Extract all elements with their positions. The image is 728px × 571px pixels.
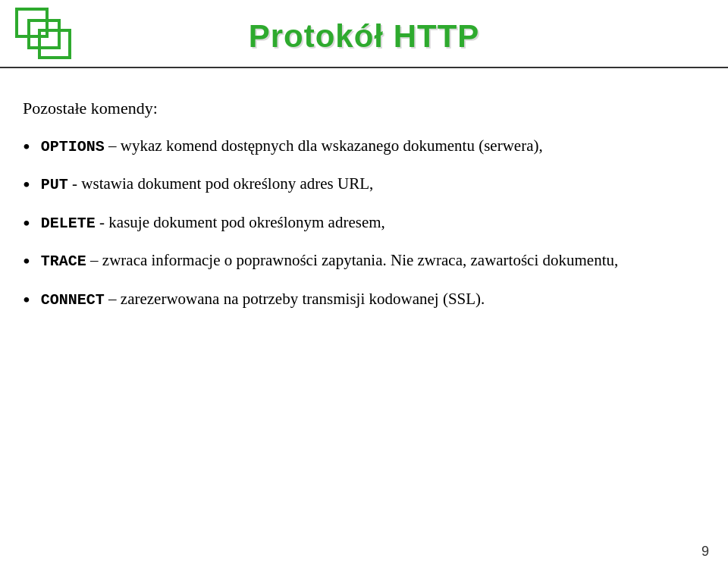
bullet-text-3: DELETE - kasuje dokument pod określonym … xyxy=(41,212,705,234)
bullet-desc-2: - wstawia dokument pod określony adres U… xyxy=(68,174,373,193)
section-title: Pozostałe komendy: xyxy=(23,99,705,118)
list-item: • OPTIONS – wykaz komend dostępnych dla … xyxy=(23,135,705,161)
bullet-desc-1: – wykaz komend dostępnych dla wskazanego… xyxy=(105,136,543,155)
bullet-desc-4: – zwraca informacje o poprawności zapyta… xyxy=(86,251,618,269)
bullet-dot-3: • xyxy=(23,210,30,237)
bullet-text-5: CONNECT – zarezerwowana na potrzeby tran… xyxy=(41,288,705,311)
bullet-desc-3: - kasuje dokument pod określonym adresem… xyxy=(96,213,385,231)
list-item: • CONNECT – zarezerwowana na potrzeby tr… xyxy=(23,288,705,314)
list-item: • DELETE - kasuje dokument pod określony… xyxy=(23,212,705,237)
bullet-dot-4: • xyxy=(23,248,30,275)
logo-rect-3 xyxy=(38,29,71,59)
bullet-desc-5: – zarezerwowana na potrzeby transmisji k… xyxy=(105,290,485,308)
command-put: PUT xyxy=(41,176,68,193)
bullet-dot-2: • xyxy=(23,171,30,199)
list-item: • PUT - wstawia dokument pod określony a… xyxy=(23,173,705,199)
bullet-list: • OPTIONS – wykaz komend dostępnych dla … xyxy=(23,135,705,314)
logo-graphic xyxy=(15,8,72,61)
slide-title: Protokół HTTP xyxy=(249,18,480,55)
bullet-text-1: OPTIONS – wykaz komend dostępnych dla ws… xyxy=(41,135,705,158)
slide: Protokół HTTP Pozostałe komendy: • OPTIO… xyxy=(0,0,728,571)
logo xyxy=(15,8,72,61)
bullet-text-2: PUT - wstawia dokument pod określony adr… xyxy=(41,173,705,196)
command-trace: TRACE xyxy=(41,253,86,270)
bullet-text-4: TRACE – zwraca informacje o poprawności … xyxy=(41,249,705,272)
bullet-dot-5: • xyxy=(23,287,30,314)
bullet-dot-1: • xyxy=(23,133,30,161)
command-options: OPTIONS xyxy=(41,138,105,155)
list-item: • TRACE – zwraca informacje o poprawnośc… xyxy=(23,249,705,275)
command-delete: DELETE xyxy=(41,215,96,232)
content-area: Pozostałe komendy: • OPTIONS – wykaz kom… xyxy=(0,68,728,349)
header: Protokół HTTP xyxy=(0,0,728,68)
command-connect: CONNECT xyxy=(41,291,105,309)
page-number: 9 xyxy=(701,544,709,560)
